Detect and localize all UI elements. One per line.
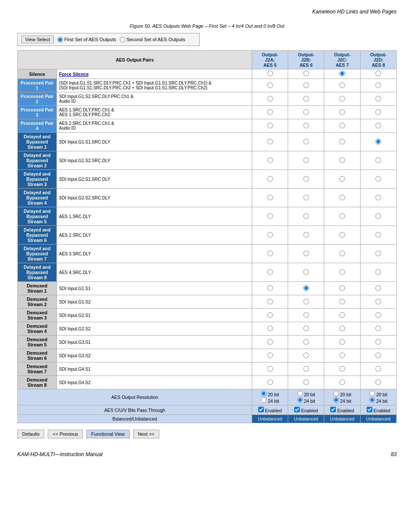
- radio-cell[interactable]: [324, 282, 360, 295]
- radio-cell[interactable]: [252, 69, 288, 79]
- radio-cell[interactable]: [360, 362, 396, 376]
- radio-cell[interactable]: [288, 133, 324, 151]
- radio-cell[interactable]: [252, 376, 288, 389]
- radio-cell[interactable]: [360, 245, 396, 263]
- resolution-cell[interactable]: 20 bit 24 bit: [360, 389, 396, 405]
- radio-cell[interactable]: [360, 69, 396, 79]
- radio-cell[interactable]: [324, 309, 360, 322]
- radio-cell[interactable]: [324, 226, 360, 245]
- radio-cell[interactable]: [360, 79, 396, 92]
- radio-cell[interactable]: [252, 362, 288, 376]
- pass-through-cell[interactable]: Enabled: [288, 405, 324, 415]
- radio-cell[interactable]: [360, 133, 396, 151]
- radio-cell[interactable]: [324, 362, 360, 376]
- resolution-cell[interactable]: 20 bit 24 bit: [252, 389, 288, 405]
- radio-cell[interactable]: [252, 151, 288, 170]
- radio-cell[interactable]: [288, 376, 324, 389]
- radio-cell[interactable]: [360, 151, 396, 170]
- view-select-button[interactable]: View Select: [21, 36, 54, 43]
- radio-cell[interactable]: [324, 336, 360, 349]
- radio-cell[interactable]: [252, 245, 288, 263]
- radio-cell[interactable]: [360, 207, 396, 226]
- pass-through-cell[interactable]: Enabled: [324, 405, 360, 415]
- radio-cell[interactable]: [360, 295, 396, 309]
- radio-cell[interactable]: [252, 226, 288, 245]
- radio-cell[interactable]: [360, 322, 396, 336]
- radio-cell[interactable]: [324, 207, 360, 226]
- radio-cell[interactable]: [288, 336, 324, 349]
- radio-cell[interactable]: [360, 376, 396, 389]
- radio-cell[interactable]: [360, 336, 396, 349]
- radio-cell[interactable]: [324, 79, 360, 92]
- radio-cell[interactable]: [288, 151, 324, 170]
- radio-cell[interactable]: [360, 170, 396, 189]
- pass-through-cell[interactable]: Enabled: [360, 405, 396, 415]
- radio-cell[interactable]: [288, 207, 324, 226]
- radio-cell[interactable]: [252, 189, 288, 207]
- radio-cell[interactable]: [324, 119, 360, 133]
- radio-cell[interactable]: [288, 79, 324, 92]
- radio-cell[interactable]: [360, 106, 396, 119]
- radio-cell[interactable]: [288, 226, 324, 245]
- radio-cell[interactable]: [324, 170, 360, 189]
- radio-cell[interactable]: [252, 336, 288, 349]
- radio-cell[interactable]: [252, 322, 288, 336]
- radio-cell[interactable]: [324, 295, 360, 309]
- radio-cell[interactable]: [360, 349, 396, 362]
- radio-cell[interactable]: [288, 69, 324, 79]
- radio-cell[interactable]: [252, 119, 288, 133]
- radio-cell[interactable]: [288, 189, 324, 207]
- pass-through-cell[interactable]: Enabled: [252, 405, 288, 415]
- radio-cell[interactable]: [252, 79, 288, 92]
- radio-cell[interactable]: [288, 92, 324, 106]
- defaults-button[interactable]: Defaults: [17, 430, 44, 438]
- radio-cell[interactable]: [288, 322, 324, 336]
- radio-cell[interactable]: [360, 92, 396, 106]
- radio-cell[interactable]: [360, 263, 396, 282]
- radio-cell[interactable]: [252, 170, 288, 189]
- radio-cell[interactable]: [324, 349, 360, 362]
- radio-cell[interactable]: [288, 170, 324, 189]
- radio-cell[interactable]: [288, 309, 324, 322]
- radio-cell[interactable]: [324, 133, 360, 151]
- radio-cell[interactable]: [360, 309, 396, 322]
- resolution-cell[interactable]: 20 bit 24 bit: [324, 389, 360, 405]
- radio-cell[interactable]: [360, 119, 396, 133]
- radio-cell[interactable]: [324, 92, 360, 106]
- radio-cell[interactable]: [288, 295, 324, 309]
- radio-cell[interactable]: [252, 263, 288, 282]
- second-set-option[interactable]: Second Set of AES Outputs: [120, 37, 185, 42]
- radio-cell[interactable]: [252, 282, 288, 295]
- radio-cell[interactable]: [360, 189, 396, 207]
- radio-cell[interactable]: [324, 151, 360, 170]
- previous-button[interactable]: << Previous: [48, 430, 83, 438]
- radio-cell[interactable]: [324, 322, 360, 336]
- radio-cell[interactable]: [252, 106, 288, 119]
- radio-cell[interactable]: [288, 106, 324, 119]
- radio-cell[interactable]: [324, 245, 360, 263]
- radio-cell[interactable]: [288, 263, 324, 282]
- radio-cell[interactable]: [252, 309, 288, 322]
- radio-cell[interactable]: [252, 133, 288, 151]
- functional-view-button[interactable]: Functional View: [86, 430, 129, 438]
- radio-cell[interactable]: [288, 349, 324, 362]
- radio-cell[interactable]: [324, 189, 360, 207]
- radio-cell[interactable]: [324, 69, 360, 79]
- radio-cell[interactable]: [252, 92, 288, 106]
- radio-cell[interactable]: [288, 362, 324, 376]
- next-button[interactable]: Next >>: [133, 430, 160, 438]
- radio-cell[interactable]: [324, 263, 360, 282]
- radio-cell[interactable]: [252, 349, 288, 362]
- radio-cell[interactable]: [324, 376, 360, 389]
- first-set-option[interactable]: First Set of AES Outputs: [57, 37, 116, 42]
- radio-cell[interactable]: [288, 119, 324, 133]
- resolution-cell[interactable]: 20 bit 24 bit: [288, 389, 324, 405]
- radio-cell[interactable]: [288, 245, 324, 263]
- radio-cell[interactable]: [360, 226, 396, 245]
- radio-cell[interactable]: [360, 282, 396, 295]
- radio-cell[interactable]: [252, 207, 288, 226]
- radio-cell[interactable]: [252, 295, 288, 309]
- radio-cell[interactable]: [288, 282, 324, 295]
- radio-cell[interactable]: [324, 106, 360, 119]
- force-silence-link[interactable]: Force Silence: [59, 72, 89, 77]
